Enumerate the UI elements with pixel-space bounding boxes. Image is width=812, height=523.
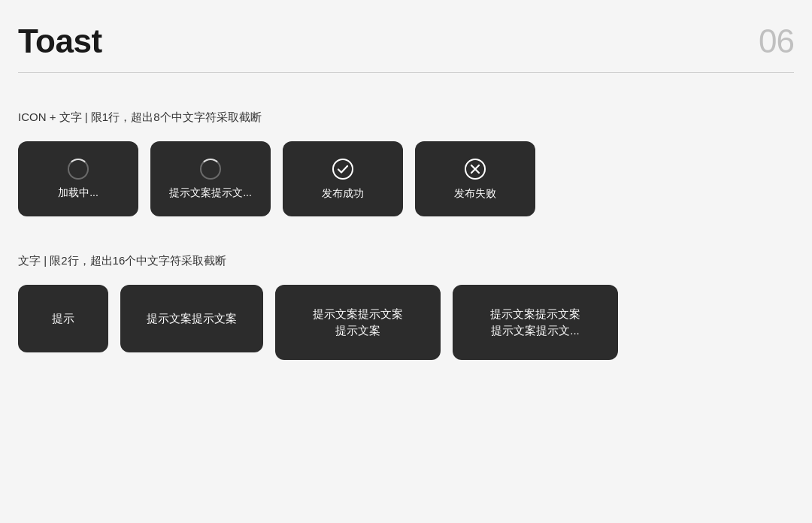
section2-label: 文字 | 限2行，超出16个中文字符采取截断 [18, 254, 794, 268]
spinner-icon-area-2 [200, 159, 221, 180]
toast-text-long-label: 提示文案提示文案 提示文案 [313, 306, 403, 340]
toast-success[interactable]: 发布成功 [283, 141, 403, 216]
toast-loading-text: 加载中... [58, 186, 98, 201]
spinner-icon-2 [200, 159, 221, 180]
checkmark-icon-area [332, 158, 354, 180]
page-header: Toast 06 [18, 23, 794, 73]
toast-loading[interactable]: 加载中... [18, 141, 138, 216]
section2-toast-row: 提示 提示文案提示文案 提示文案提示文案 提示文案 提示文案提示文案 提示文案提… [18, 285, 794, 360]
toast-success-text: 发布成功 [322, 186, 364, 201]
spinner-icon-area [68, 159, 89, 180]
toast-text-truncated[interactable]: 提示文案提示文案 提示文案提示文... [453, 285, 618, 360]
page-container: Toast 06 ICON + 文字 | 限1行，超出8个中文字符采取截断 加载… [0, 0, 812, 428]
page-number: 06 [759, 23, 794, 60]
section1-label: ICON + 文字 | 限1行，超出8个中文字符采取截断 [18, 110, 794, 125]
checkmark-circle-icon [332, 158, 354, 180]
toast-text-truncated-label: 提示文案提示文案 提示文案提示文... [490, 306, 580, 340]
section-text-only: 文字 | 限2行，超出16个中文字符采取截断 提示 提示文案提示文案 提示文案提… [18, 254, 794, 360]
toast-text-short[interactable]: 提示 [18, 285, 108, 352]
toast-text-long[interactable]: 提示文案提示文案 提示文案 [275, 285, 441, 360]
toast-error-text: 发布失败 [454, 186, 496, 201]
xmark-circle-icon [464, 158, 486, 180]
svg-point-0 [333, 159, 353, 179]
xmark-icon-area [464, 158, 486, 180]
section-icon-text: ICON + 文字 | 限1行，超出8个中文字符采取截断 加载中... 提示文案… [18, 110, 794, 216]
toast-loading-long-text: 提示文案提示文... [169, 186, 252, 201]
toast-text-medium-label: 提示文案提示文案 [147, 310, 237, 328]
toast-text-medium[interactable]: 提示文案提示文案 [120, 285, 263, 352]
page-title: Toast [18, 23, 102, 60]
toast-error[interactable]: 发布失败 [415, 141, 535, 216]
spinner-icon [68, 159, 89, 180]
toast-text-short-label: 提示 [52, 310, 74, 328]
section1-toast-row: 加载中... 提示文案提示文... 发布成功 [18, 141, 794, 216]
toast-loading-long[interactable]: 提示文案提示文... [150, 141, 271, 216]
